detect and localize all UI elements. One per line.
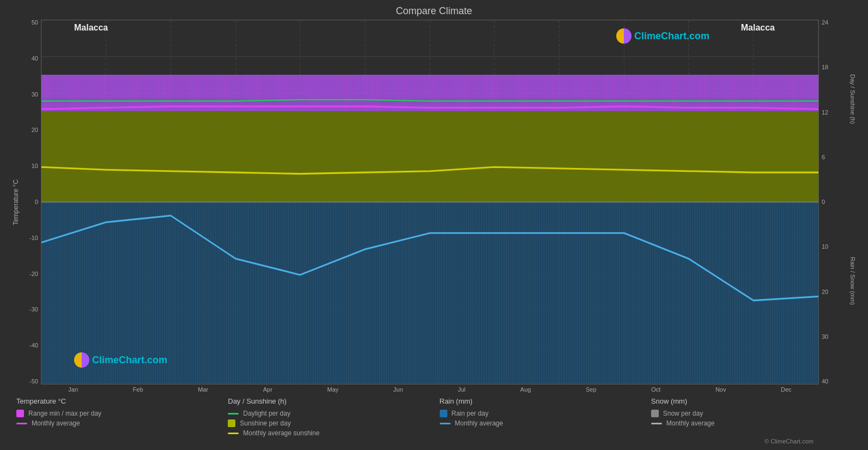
legend-snow-day-label: Snow per day bbox=[663, 410, 703, 417]
y-axis-right-label-sunshine: Day / Sunshine (h) bbox=[849, 74, 856, 124]
x-tick-aug: Aug bbox=[520, 386, 531, 393]
y-tick: 0 bbox=[35, 199, 38, 205]
legend-rain-day-label: Rain per day bbox=[452, 410, 489, 417]
x-tick-nov: Nov bbox=[715, 386, 726, 393]
x-tick-jun: Jun bbox=[393, 386, 403, 393]
legend-temp-title: Temperature °C bbox=[16, 397, 217, 405]
y-tick: 20 bbox=[32, 127, 38, 133]
legend-rain-avg: Monthly average bbox=[440, 419, 640, 427]
legend-rain: Rain (mm) Rain per day Monthly average bbox=[440, 397, 640, 437]
y-tick-right: 10 bbox=[822, 244, 857, 250]
y-tick: 40 bbox=[32, 56, 38, 62]
legend-snow-day: Snow per day bbox=[651, 410, 852, 417]
brand-text-top: ClimeChart.com bbox=[634, 31, 709, 42]
y-tick-right: 24 bbox=[822, 20, 857, 26]
y-axis-right: 24 18 12 6 0 10 20 30 40 Day / Sunshine … bbox=[819, 20, 857, 385]
legend-temp-avg: Monthly average bbox=[16, 419, 217, 427]
y-tick: 30 bbox=[32, 92, 38, 98]
legend-area: Temperature °C Range min / max per day M… bbox=[11, 397, 857, 437]
legend-temp-range: Range min / max per day bbox=[16, 410, 217, 417]
legend-snow-title: Snow (mm) bbox=[651, 397, 852, 405]
x-tick-jan: Jan bbox=[68, 386, 78, 393]
y-axis-left: Temperature °C 50 40 30 20 10 0 -10 -20 … bbox=[11, 20, 41, 385]
page-title: Compare Climate bbox=[11, 5, 857, 17]
svg-rect-33 bbox=[41, 75, 818, 111]
y-axis-left-label: Temperature °C bbox=[12, 179, 20, 225]
legend-swatch-temp-avg bbox=[16, 423, 27, 424]
x-tick-jul: Jul bbox=[458, 386, 465, 393]
legend-rain-title: Rain (mm) bbox=[440, 397, 640, 405]
legend-swatch-daylight bbox=[228, 413, 239, 415]
legend-swatch-sunshine-avg bbox=[228, 433, 239, 434]
x-tick-sep: Sep bbox=[586, 386, 597, 393]
x-tick-apr: Apr bbox=[263, 386, 272, 393]
y-tick: -10 bbox=[29, 235, 38, 241]
chart-svg bbox=[41, 20, 818, 384]
legend-sunshine-day: Sunshine per day bbox=[228, 419, 428, 427]
chart-area: Malacca Malacca ClimeChart.com ClimeChar… bbox=[41, 20, 819, 385]
x-tick-mar: Mar bbox=[198, 386, 208, 393]
legend-swatch-snow-day bbox=[651, 410, 659, 417]
legend-swatch-rain-avg bbox=[440, 423, 451, 424]
y-tick: -50 bbox=[29, 379, 38, 385]
legend-snow: Snow (mm) Snow per day Monthly average bbox=[651, 397, 852, 437]
y-tick-right: 18 bbox=[822, 64, 857, 70]
legend-snow-avg: Monthly average bbox=[651, 419, 852, 427]
location-label-left: Malacca bbox=[74, 23, 108, 33]
legend-sunshine-day-label: Sunshine per day bbox=[240, 419, 290, 427]
y-tick: 10 bbox=[32, 163, 38, 169]
legend-sunshine-avg-label: Monthly average sunshine bbox=[243, 429, 319, 437]
x-tick-oct: Oct bbox=[651, 386, 660, 393]
y-tick-right: 0 bbox=[822, 199, 857, 205]
brand-logo-bottom: ClimeChart.com bbox=[74, 352, 167, 368]
brand-text-bottom: ClimeChart.com bbox=[92, 355, 167, 366]
copyright: © ClimeChart.com bbox=[11, 438, 857, 445]
legend-daylight: Daylight per day bbox=[228, 410, 428, 417]
brand-logo-top: ClimeChart.com bbox=[616, 28, 709, 44]
legend-temperature: Temperature °C Range min / max per day M… bbox=[16, 397, 217, 437]
legend-rain-day: Rain per day bbox=[440, 410, 640, 417]
y-axis-right-label-rain: Rain / Snow (mm) bbox=[849, 257, 856, 305]
legend-rain-avg-label: Monthly average bbox=[455, 419, 503, 427]
legend-snow-avg-label: Monthly average bbox=[666, 419, 715, 427]
y-tick: -40 bbox=[29, 343, 38, 349]
legend-temp-avg-label: Monthly average bbox=[32, 419, 80, 427]
legend-sunshine: Day / Sunshine (h) Daylight per day Suns… bbox=[228, 397, 428, 437]
svg-rect-29 bbox=[41, 111, 818, 202]
y-tick: -20 bbox=[29, 271, 38, 277]
legend-temp-range-label: Range min / max per day bbox=[28, 410, 101, 417]
legend-daylight-label: Daylight per day bbox=[243, 410, 290, 417]
y-tick-right: 6 bbox=[822, 154, 857, 160]
y-tick: -30 bbox=[29, 307, 38, 313]
brand-icon-bottom bbox=[74, 352, 89, 368]
y-tick-right: 40 bbox=[822, 379, 857, 385]
x-tick-feb: Feb bbox=[133, 386, 143, 393]
legend-sunshine-title: Day / Sunshine (h) bbox=[228, 397, 428, 405]
legend-swatch-sunshine-day bbox=[228, 419, 235, 427]
x-tick-dec: Dec bbox=[781, 386, 792, 393]
x-axis: Jan Feb Mar Apr May Jun Jul Aug Sep Oct … bbox=[41, 385, 819, 394]
brand-icon-top bbox=[616, 28, 632, 44]
y-tick: 50 bbox=[32, 20, 38, 26]
legend-swatch-temp-range bbox=[16, 410, 24, 417]
legend-swatch-rain-day bbox=[440, 410, 447, 417]
x-tick-may: May bbox=[327, 386, 338, 393]
location-label-right: Malacca bbox=[741, 23, 775, 33]
y-tick-right: 30 bbox=[822, 334, 857, 340]
y-ticks-left: 50 40 30 20 10 0 -10 -20 -30 -40 -50 bbox=[29, 20, 41, 385]
legend-swatch-snow-avg bbox=[651, 423, 662, 424]
legend-sunshine-avg: Monthly average sunshine bbox=[228, 429, 428, 437]
